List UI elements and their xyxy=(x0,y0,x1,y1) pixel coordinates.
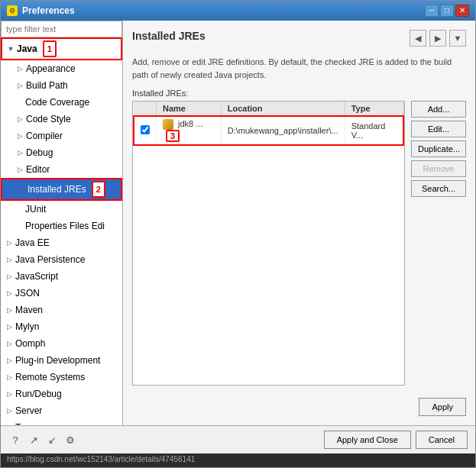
sidebar-item-label: Java Persistence xyxy=(15,253,85,266)
sidebar-item-appearance[interactable]: ▷ Appearance xyxy=(1,60,122,77)
content-area: ▼ Java 1 ▷ Appearance ▷ Build Path Code … xyxy=(1,21,475,425)
sidebar-item-label: Installed JREs xyxy=(28,182,86,196)
expand-icon: ▷ xyxy=(16,132,24,140)
minimize-button[interactable]: ─ xyxy=(425,5,439,17)
forward-button[interactable]: ▶ xyxy=(429,30,446,47)
expand-icon: ▷ xyxy=(16,65,24,73)
java-badge: 1 xyxy=(43,40,57,57)
expand-icon: ▷ xyxy=(16,149,24,157)
sidebar-item-label: Properties Files Edi xyxy=(25,219,105,233)
row-name: jdk8 ... 3 xyxy=(157,116,222,145)
row-type: Standard V... xyxy=(345,116,403,145)
duplicate-button[interactable]: Duplicate... xyxy=(411,140,466,157)
sidebar-item-java[interactable]: ▼ Java 1 xyxy=(1,37,122,60)
filter-input[interactable] xyxy=(1,21,122,37)
back-button[interactable]: ◀ xyxy=(410,30,426,47)
sidebar-item-label: Code Style xyxy=(26,112,71,126)
apply-row: Apply xyxy=(132,398,466,416)
jres-badge: 2 xyxy=(92,181,105,198)
sidebar-item-code-style[interactable]: ▷ Code Style xyxy=(1,111,122,127)
sidebar-item-label: Oomph xyxy=(15,337,45,350)
cancel-button[interactable]: Cancel xyxy=(416,431,468,449)
apply-button[interactable]: Apply xyxy=(419,398,466,416)
sidebar-item-label: Code Coverage xyxy=(25,95,89,109)
bottom-bar: ? ↗ ↙ ⚙ Apply and Close Cancel xyxy=(1,425,475,453)
expand-icon: ▷ xyxy=(16,166,24,173)
search-button[interactable]: Search... xyxy=(411,180,466,197)
sidebar-item-build-path[interactable]: ▷ Build Path xyxy=(1,77,122,94)
preferences-window: ⚙ Preferences ─ □ ✕ ▼ Java 1 ▷ xyxy=(0,0,476,468)
settings-icon[interactable]: ⚙ xyxy=(63,433,77,447)
apply-and-close-button[interactable]: Apply and Close xyxy=(324,431,411,449)
jre-checkbox[interactable] xyxy=(141,125,150,134)
bottom-icons: ? ↗ ↙ ⚙ xyxy=(8,433,319,447)
sidebar-item-label: Plug-in Development xyxy=(15,353,100,367)
sidebar-item-server[interactable]: ▷ Server xyxy=(1,402,122,419)
remove-button[interactable]: Remove xyxy=(411,160,466,177)
expand-icon: ▷ xyxy=(5,340,13,347)
sidebar-item-editor[interactable]: ▷ Editor xyxy=(1,161,122,178)
help-icon[interactable]: ? xyxy=(8,433,22,447)
row-badge: 3 xyxy=(166,130,180,142)
sidebar-item-label: Remote Systems xyxy=(15,370,85,384)
sidebar-item-run-debug[interactable]: ▷ Run/Debug xyxy=(1,386,122,402)
sidebar-item-json[interactable]: ▷ JSON xyxy=(1,285,122,302)
sidebar-item-java-persistence[interactable]: ▷ Java Persistence xyxy=(1,251,122,268)
jre-table-container: Name Location Type xyxy=(132,101,405,386)
export-icon[interactable]: ↗ xyxy=(27,433,40,447)
import-icon[interactable]: ↙ xyxy=(45,433,59,447)
panel-title: Installed JREs xyxy=(132,30,206,42)
expand-icon: ▷ xyxy=(5,273,13,280)
sidebar-item-installed-jres[interactable]: ▷ Installed JREs 2 xyxy=(1,178,122,201)
row-checkbox[interactable] xyxy=(134,116,157,145)
add-button[interactable]: Add... xyxy=(411,101,466,118)
table-row[interactable]: jdk8 ... 3 D:\mukewang_app\installer\...… xyxy=(134,116,403,145)
sidebar-item-mylyn[interactable]: ▷ Mylyn xyxy=(1,318,122,335)
sidebar-item-label: Editor xyxy=(26,163,50,176)
sidebar-item-java-ee[interactable]: ▷ Java EE xyxy=(1,234,122,251)
sidebar-item-team[interactable]: ▷ Team xyxy=(1,419,122,425)
sidebar-item-label: Appearance xyxy=(26,62,76,76)
title-bar-left: ⚙ Preferences xyxy=(7,5,75,16)
panel-subtitle: Installed JREs: xyxy=(132,89,466,98)
panel-header: Installed JREs ◀ ▶ ▼ xyxy=(132,30,466,53)
expand-icon: ▷ xyxy=(5,323,13,331)
expand-icon: ▷ xyxy=(5,390,13,398)
expand-icon: ▷ xyxy=(16,82,24,89)
expand-icon: ▷ xyxy=(5,357,13,364)
expand-icon: ▷ xyxy=(5,289,13,297)
sidebar-item-compiler[interactable]: ▷ Compiler xyxy=(1,127,122,144)
expand-icon: ▷ xyxy=(18,186,25,193)
sidebar-item-javascript[interactable]: ▷ JavaScript xyxy=(1,268,122,285)
sidebar-item-label: Debug xyxy=(26,146,53,160)
sidebar-item-debug[interactable]: ▷ Debug xyxy=(1,144,122,161)
sidebar-item-oomph[interactable]: ▷ Oomph xyxy=(1,335,122,352)
action-buttons: Add... Edit... Duplicate... Remove Searc… xyxy=(405,101,466,392)
sidebar-item-label: Java EE xyxy=(15,236,50,250)
sidebar-item-junit[interactable]: JUnit xyxy=(1,201,122,218)
window-icon: ⚙ xyxy=(7,5,18,16)
sidebar-item-code-coverage[interactable]: Code Coverage xyxy=(1,94,122,111)
sidebar-item-label: JavaScript xyxy=(15,270,58,283)
jre-icon xyxy=(163,119,173,130)
title-bar-controls: ─ □ ✕ xyxy=(425,5,469,17)
sidebar-item-remote-systems[interactable]: ▷ Remote Systems xyxy=(1,369,122,386)
sidebar-item-plugin-dev[interactable]: ▷ Plug-in Development xyxy=(1,352,122,369)
sidebar-item-properties[interactable]: Properties Files Edi xyxy=(1,218,122,234)
close-button[interactable]: ✕ xyxy=(455,5,469,17)
main-panel: Installed JREs ◀ ▶ ▼ Add, remove or edit… xyxy=(123,21,475,425)
row-location: D:\mukewang_app\installer\... xyxy=(221,116,345,145)
maximize-button[interactable]: □ xyxy=(440,5,454,17)
toolbar: ◀ ▶ ▼ xyxy=(410,30,466,47)
sidebar: ▼ Java 1 ▷ Appearance ▷ Build Path Code … xyxy=(1,21,123,425)
sidebar-item-label: Compiler xyxy=(26,129,63,143)
expand-icon: ▷ xyxy=(5,407,13,415)
edit-button[interactable]: Edit... xyxy=(411,121,466,137)
window-title: Preferences xyxy=(22,5,75,16)
menu-button[interactable]: ▼ xyxy=(449,30,466,47)
sidebar-item-maven[interactable]: ▷ Maven xyxy=(1,302,122,318)
expand-icon: ▷ xyxy=(5,239,13,247)
url-bar: https://blog.csdn.net/wc152143/article/d… xyxy=(1,453,475,467)
title-bar: ⚙ Preferences ─ □ ✕ xyxy=(1,1,475,21)
sidebar-item-label: Mylyn xyxy=(15,320,39,334)
